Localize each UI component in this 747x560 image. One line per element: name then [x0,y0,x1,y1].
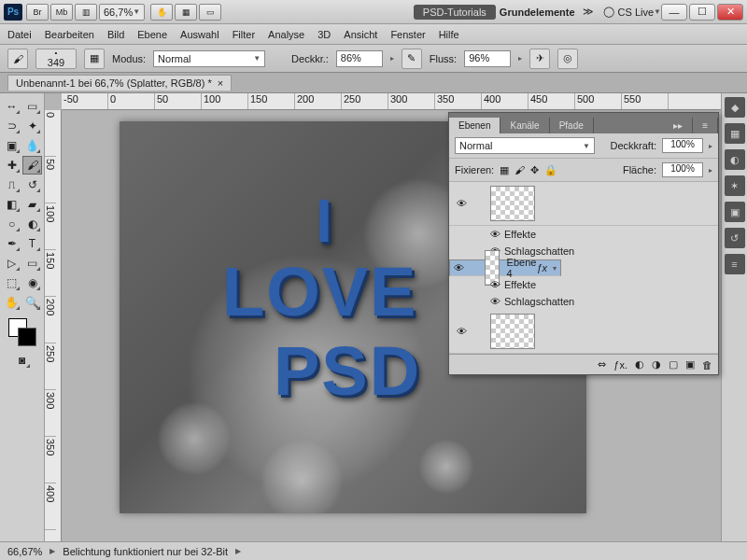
ruler-vertical[interactable]: 050100150200250300350400 [45,110,62,541]
styles-panel-icon[interactable]: ✶ [725,175,745,196]
3d-tool[interactable]: ⬚ [2,273,21,292]
status-menu-icon[interactable]: ▶ [235,547,241,555]
history-brush-tool[interactable]: ↺ [22,175,42,194]
hand-button[interactable]: ✋ [150,4,173,21]
tab-ebenen[interactable]: Ebenen [449,118,500,133]
close-icon[interactable]: × [218,77,223,89]
bridge-button[interactable]: Br [26,4,49,21]
arrange-button[interactable]: ▦ [175,4,197,21]
layer-list[interactable]: 👁 👁Effekte 👁Schlagschatten 👁 Ebene 4 ƒx▾… [449,182,718,354]
new-layer-icon[interactable]: ▣ [685,358,695,371]
lock-position-icon[interactable]: ✥ [530,164,539,176]
layer-opacity-input[interactable]: 100% [662,138,703,153]
ruler-horizontal[interactable]: -50050100150200250300350400450500550 [62,93,721,110]
masks-panel-icon[interactable]: ▣ [725,202,745,222]
layer-row[interactable]: 👁 Ebene 4 ƒx▾ [449,259,561,276]
brush-panel-toggle[interactable]: ▦ [84,49,105,69]
group-icon[interactable]: ▢ [669,358,678,371]
layer-row[interactable]: 👁 [449,182,718,226]
layer-blend-select[interactable]: Normal▼ [455,137,595,154]
visibility-icon[interactable]: 👁 [453,195,470,212]
hand-tool[interactable]: ✋ [2,293,21,312]
menu-hilfe[interactable]: Hilfe [439,29,459,40]
link-layers-icon[interactable]: ⇔ [598,358,606,371]
menu-3d[interactable]: 3D [317,29,331,40]
history-panel-icon[interactable]: ↺ [725,228,745,248]
eraser-tool[interactable]: ◧ [2,195,21,214]
lock-brush-icon[interactable]: 🖌 [514,164,525,175]
color-panel-icon[interactable]: ◆ [725,97,745,118]
layer-thumbnail[interactable] [490,314,535,349]
minibridge-button[interactable]: Mb [50,4,73,21]
visibility-icon[interactable]: 👁 [453,323,470,340]
brush-tool[interactable]: 🖌 [22,156,42,175]
menu-bild[interactable]: Bild [107,29,124,40]
visibility-icon[interactable]: 👁 [454,259,464,276]
fill-input[interactable]: 100% [662,162,703,177]
fx-dropshadow[interactable]: Schlagschatten [504,245,574,257]
brush-tool-icon[interactable]: 🖌 [7,49,28,69]
lasso-tool[interactable]: ⊃ [2,117,21,135]
delete-layer-icon[interactable]: 🗑 [702,359,712,371]
menu-analyse[interactable]: Analyse [268,29,304,40]
mask-icon[interactable]: ◐ [635,358,644,371]
tab-kanaele[interactable]: Kanäle [500,118,549,133]
pen-tool[interactable]: ✒ [2,234,21,253]
menu-bearbeiten[interactable]: Bearbeiten [45,29,94,40]
zoom-dropdown[interactable]: 66,7%▼ [99,4,145,21]
type-tool[interactable]: T [22,234,42,253]
zoom-tool[interactable]: 🔍 [22,293,42,312]
wand-tool[interactable]: ✦ [22,117,42,135]
fx-badge[interactable]: ƒx [536,262,547,273]
menu-auswahl[interactable]: Auswahl [180,29,219,40]
adjustments-panel-icon[interactable]: ◐ [725,149,745,170]
eye-icon[interactable]: 👁 [490,296,500,307]
pressure-opacity-icon[interactable]: ✎ [402,49,422,69]
color-swatches[interactable] [8,318,36,346]
blur-tool[interactable]: ○ [2,215,21,233]
flow-input[interactable]: 96% [464,50,511,67]
brush-preset[interactable]: •349 [35,49,77,69]
airbrush-icon[interactable]: ✈ [529,49,550,69]
screenmode-button[interactable]: ▭ [199,4,221,21]
menu-datei[interactable]: Datei [7,29,32,40]
layer-name[interactable]: Ebene 4 [507,257,537,279]
fx-menu-icon[interactable]: ƒx. [613,359,627,371]
panel-menu-icon[interactable]: ≡ [693,118,718,133]
camera-tool[interactable]: ◉ [22,273,42,292]
minimize-button[interactable]: — [661,4,687,21]
path-select-tool[interactable]: ▷ [2,254,21,273]
menu-ebene[interactable]: Ebene [137,29,167,40]
quickmask-tool[interactable]: ◙ [12,351,32,370]
blend-mode-select[interactable]: Normal▼ [153,50,265,67]
workspace-pill[interactable]: PSD-Tutorials [414,5,496,20]
fx-dropshadow[interactable]: Schlagschatten [504,296,574,307]
doc-name[interactable]: Grundelemente [500,7,575,18]
menu-ansicht[interactable]: Ansicht [344,29,377,40]
panel-collapse-icon[interactable]: ▸▸ [664,118,693,133]
close-button[interactable]: ✕ [717,4,743,21]
status-zoom[interactable]: 66,67% [7,546,42,557]
crop-tool[interactable]: ▣ [2,136,21,155]
cslive-icon[interactable]: ◯ [603,6,614,18]
menu-filter[interactable]: Filter [233,29,255,40]
tab-pfade[interactable]: Pfade [550,118,594,133]
adjustment-icon[interactable]: ◑ [652,358,661,371]
pressure-size-icon[interactable]: ◎ [557,49,578,69]
eyedropper-tool[interactable]: 💧 [22,136,42,155]
marquee-tool[interactable]: ▭ [22,97,42,116]
more-chevron-icon[interactable]: ≫ [583,6,594,18]
eye-icon[interactable]: 👁 [490,229,500,240]
menu-fenster[interactable]: Fenster [390,29,425,40]
shape-tool[interactable]: ▭ [22,254,42,273]
maximize-button[interactable]: ☐ [689,4,715,21]
lock-pixels-icon[interactable]: ▦ [500,164,509,176]
lock-all-icon[interactable]: 🔒 [544,164,557,176]
viewextras-button[interactable]: ▥ [75,4,97,21]
heal-tool[interactable]: ✚ [2,156,21,175]
stamp-tool[interactable]: ⎍ [2,175,21,194]
play-icon[interactable]: ▶ [49,547,55,555]
fx-label[interactable]: Effekte [504,279,536,290]
gradient-tool[interactable]: ▰ [22,195,42,214]
opacity-input[interactable]: 86% [336,50,383,67]
